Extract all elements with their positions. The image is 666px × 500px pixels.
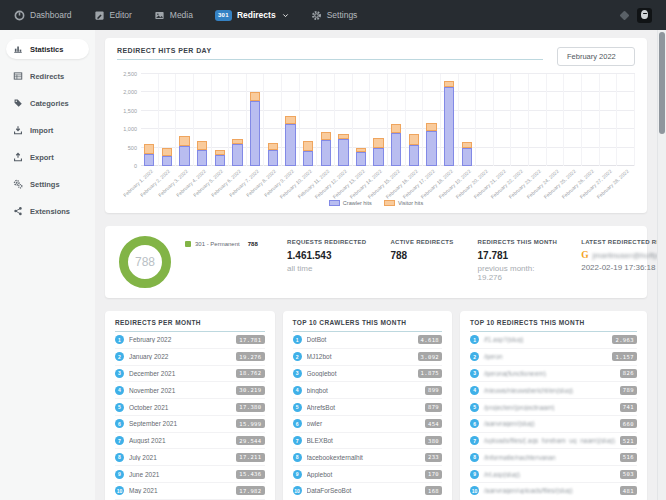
sidebar-item-settings[interactable]: Settings [6, 174, 89, 194]
legend-swatch [329, 200, 340, 206]
nav-item-dashboard[interactable]: Dashboard [14, 10, 72, 21]
bar-column-4 [194, 74, 212, 166]
list-item[interactable]: 6/aanvragen/(slug)660 [470, 416, 637, 433]
list-item[interactable]: 1/f1.asp?(slug)2.963 [470, 332, 637, 349]
list-item[interactable]: 5AhrefsBot879 [293, 399, 443, 416]
page-scrollbar[interactable] [657, 30, 666, 500]
settings-icon [13, 179, 23, 189]
chart-legend: Crawler hitsVisitor hits [117, 200, 635, 206]
user-avatar[interactable] [637, 8, 652, 23]
list-item[interactable]: 4/nieuws/nieuwsbericht/en(slug)789 [470, 382, 637, 399]
list-item[interactable]: 6September 202115.999 [115, 416, 265, 433]
donut-legend-value: 788 [248, 241, 258, 247]
bar-column-12 [335, 74, 353, 166]
rank-badge: 2 [470, 352, 479, 361]
status-donut-chart: 788 [119, 236, 171, 288]
sidebar-item-redirects[interactable]: Redirects [6, 66, 89, 86]
sidebar-item-import[interactable]: Import [6, 120, 89, 140]
list-item[interactable]: 3/gerona(functioneem)826 [470, 366, 637, 383]
crawler-hits-segment [321, 140, 331, 166]
nav-item-media[interactable]: Media [154, 10, 193, 21]
list-item[interactable]: 10May 202117.982 [115, 483, 265, 500]
count-badge: 4.618 [418, 335, 443, 344]
list-item[interactable]: 9June 202115.436 [115, 466, 265, 483]
extensions-icon [13, 206, 23, 216]
bar-column-8 [264, 74, 282, 166]
sidebar-item-extensions[interactable]: Extensions [6, 201, 89, 221]
list-item[interactable]: 8July 202117.211 [115, 449, 265, 466]
list-item-label: January 2022 [129, 353, 231, 360]
list-item-label: July 2021 [129, 454, 231, 461]
stat-value: 1.461.543 [287, 250, 366, 261]
list-item[interactable]: 2MJ12bot3.092 [293, 349, 443, 366]
bar-column-16 [406, 74, 424, 166]
list-item[interactable]: 5/projecten/(projectnaam)741 [470, 399, 637, 416]
list-item[interactable]: 3December 202118.762 [115, 366, 265, 383]
legend-swatch [384, 200, 395, 206]
rank-badge: 7 [115, 436, 124, 445]
rank-badge: 7 [293, 436, 302, 445]
redirects-301-badge-icon: 301 [215, 10, 232, 21]
nav-item-redirects[interactable]: 301Redirects [215, 10, 289, 21]
sidebar-item-export[interactable]: Export [6, 147, 89, 167]
count-badge: 1.875 [418, 369, 443, 378]
sidebar-item-label: Statistics [30, 45, 63, 54]
month-select[interactable]: February 2022 [557, 47, 635, 66]
crawler-hits-segment [373, 148, 383, 166]
rank-badge: 4 [293, 386, 302, 395]
rank-badge: 9 [115, 470, 124, 479]
bar-stack [250, 92, 260, 166]
sidebar-item-statistics[interactable]: Statistics [6, 39, 89, 59]
list-item[interactable]: 3Googlebot1.875 [293, 366, 443, 383]
sidebar-item-label: Extensions [30, 207, 70, 216]
list-item[interactable]: 10DataForSeoBot168 [293, 483, 443, 499]
count-badge: 168 [425, 486, 442, 495]
bar-column-15 [388, 74, 406, 166]
list-item[interactable]: 2/geron1.157 [470, 349, 637, 366]
chart-plot [141, 74, 635, 166]
stat-redirects-this-month: REDIRECTS THIS MONTH17.781previous month… [478, 239, 558, 282]
panel-top-10-redirects-this-month: TOP 10 REDIRECTS THIS MONTH1/f1.asp?(slu… [460, 311, 647, 500]
visitor-hits-segment [144, 144, 154, 154]
donut-center-value: 788 [135, 255, 155, 269]
notification-diamond-icon[interactable] [620, 10, 630, 20]
chart-cols [141, 74, 635, 166]
nav-item-editor[interactable]: Editor [94, 10, 132, 21]
list-item[interactable]: 8/informatie/nachtervanan516 [470, 449, 637, 466]
count-badge: 15.999 [236, 419, 264, 428]
rank-badge: 8 [470, 453, 479, 462]
bar-stack [356, 148, 366, 166]
scrollbar-thumb[interactable] [659, 32, 665, 134]
nav-item-label: Redirects [237, 10, 276, 20]
panel-title: REDIRECTS PER MONTH [115, 319, 265, 332]
list-item[interactable]: 1February 202217.781 [115, 332, 265, 349]
crawler-hits-segment [232, 144, 242, 166]
list-item[interactable]: 5October 202117.380 [115, 399, 265, 416]
crawler-hits-segment [268, 150, 278, 166]
google-favicon: G [581, 250, 588, 260]
count-badge: 879 [425, 403, 442, 412]
bar-column-2 [159, 74, 177, 166]
list-item-label: Applebot [307, 471, 420, 478]
list-item-label: December 2021 [129, 370, 231, 377]
chevron-down-icon [282, 12, 289, 19]
list-item[interactable]: 2January 202219.276 [115, 349, 265, 366]
list-item[interactable]: 6owler454 [293, 416, 443, 433]
sidebar-item-categories[interactable]: Categories [6, 93, 89, 113]
list-item[interactable]: 8facebookexternalhit233 [293, 449, 443, 466]
count-badge: 521 [620, 436, 637, 445]
rank-badge: 2 [115, 352, 124, 361]
list-item[interactable]: 1DotBot4.618 [293, 332, 443, 349]
nav-item-settings[interactable]: Settings [311, 10, 358, 21]
list-item[interactable]: 7/uploads/files/(.ags_forebam_uq_naam)(s… [470, 433, 637, 450]
list-item[interactable]: 9/nt.asp(slug)503 [470, 466, 637, 483]
count-badge: 170 [425, 470, 442, 479]
list-item[interactable]: 4November 202130.219 [115, 382, 265, 399]
list-item[interactable]: 7BLEXBot380 [293, 433, 443, 450]
list-item[interactable]: 4bingbot899 [293, 382, 443, 399]
list-item[interactable]: 9Applebot170 [293, 466, 443, 483]
list-item[interactable]: 7August 202129.544 [115, 433, 265, 450]
list-item[interactable]: 10/aanvragen/uploads/files/(slug)481 [470, 483, 637, 499]
media-icon [154, 10, 165, 21]
list-item-label: DataForSeoBot [307, 487, 420, 494]
